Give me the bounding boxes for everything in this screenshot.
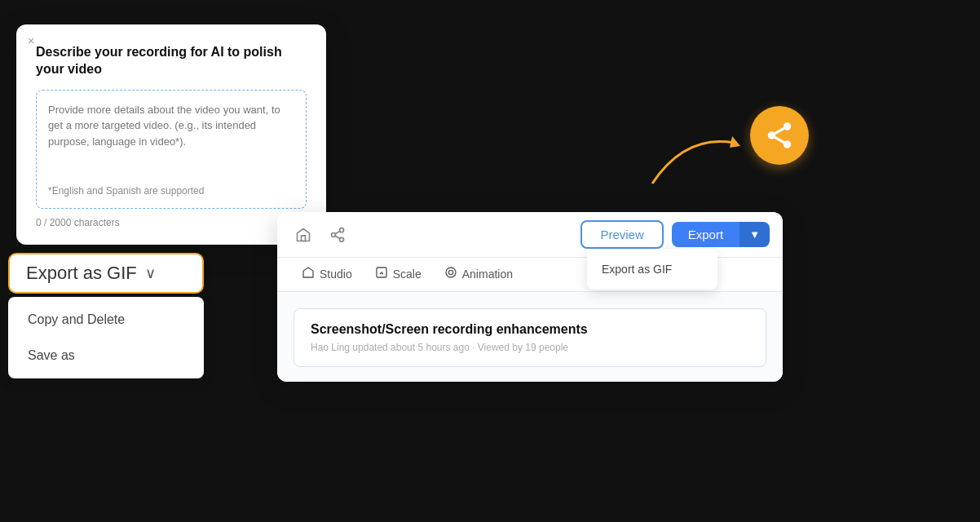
ai-dialog: × Describe your recording for AI to poli… — [16, 24, 326, 245]
home-button[interactable] — [290, 222, 316, 248]
content-area: Screenshot/Screen recording enhancements… — [277, 292, 783, 382]
tab-animation-label: Animation — [462, 268, 513, 281]
svg-line-4 — [335, 236, 340, 238]
chevron-down-icon: ∨ — [145, 264, 156, 282]
save-as-item[interactable]: Save as — [8, 338, 204, 374]
toolbar-export-dropdown: Export as GIF — [587, 249, 717, 290]
tab-animation[interactable]: Animation — [433, 258, 524, 291]
svg-line-5 — [335, 231, 340, 233]
export-main-button[interactable]: Export — [672, 222, 739, 247]
tab-studio[interactable]: Studio — [290, 258, 364, 291]
animation-icon — [444, 266, 457, 281]
svg-point-10 — [784, 122, 792, 130]
copy-and-delete-item[interactable]: Copy and Delete — [8, 302, 204, 338]
share-icon — [329, 227, 346, 243]
export-caret-button[interactable]: ▼ — [739, 222, 770, 247]
svg-point-11 — [768, 131, 776, 139]
content-card: Screenshot/Screen recording enhancements… — [294, 308, 766, 367]
svg-point-8 — [448, 270, 452, 274]
share-icon-circle[interactable] — [750, 106, 809, 165]
export-gif-button[interactable]: Export as GIF ∨ — [8, 253, 204, 294]
export-gif-label: Export as GIF — [26, 263, 137, 284]
svg-point-7 — [446, 268, 456, 277]
export-caret-icon: ▼ — [749, 228, 760, 241]
toolbar-export-gif-item[interactable]: Export as GIF — [587, 254, 717, 285]
preview-button[interactable]: Preview — [580, 220, 663, 249]
studio-icon — [302, 266, 315, 281]
tab-scale[interactable]: Scale — [364, 258, 433, 291]
tab-studio-label: Studio — [320, 268, 352, 281]
share-button[interactable] — [324, 222, 351, 248]
char-count: 0 / 2000 characters — [36, 217, 307, 228]
arrow-svg — [644, 126, 750, 192]
content-card-title: Screenshot/Screen recording enhancements — [311, 322, 749, 337]
share-circle-icon — [764, 120, 795, 151]
arrow-curve — [644, 126, 750, 195]
export-gif-dropdown: Export as GIF ∨ Copy and Delete Save as — [8, 253, 204, 378]
svg-marker-9 — [730, 136, 740, 148]
dialog-title: Describe your recording for AI to polish… — [36, 44, 307, 78]
description-input[interactable] — [48, 102, 294, 175]
home-icon — [295, 227, 311, 243]
close-button[interactable]: × — [28, 34, 34, 47]
svg-rect-0 — [302, 235, 306, 241]
export-group: Export ▼ — [672, 222, 770, 247]
content-card-meta: Hao Ling updated about 5 hours ago · Vie… — [311, 342, 749, 353]
lang-note: *English and Spanish are supported — [48, 185, 294, 197]
scale-icon — [375, 266, 388, 281]
tab-scale-label: Scale — [393, 268, 422, 281]
textarea-wrapper: *English and Spanish are supported — [36, 90, 307, 209]
main-panel: Preview Export ▼ Studio Scale Animation — [277, 212, 783, 382]
svg-point-12 — [784, 140, 792, 148]
svg-line-13 — [775, 137, 784, 142]
gif-menu: Copy and Delete Save as — [8, 297, 204, 378]
svg-line-14 — [775, 128, 784, 133]
